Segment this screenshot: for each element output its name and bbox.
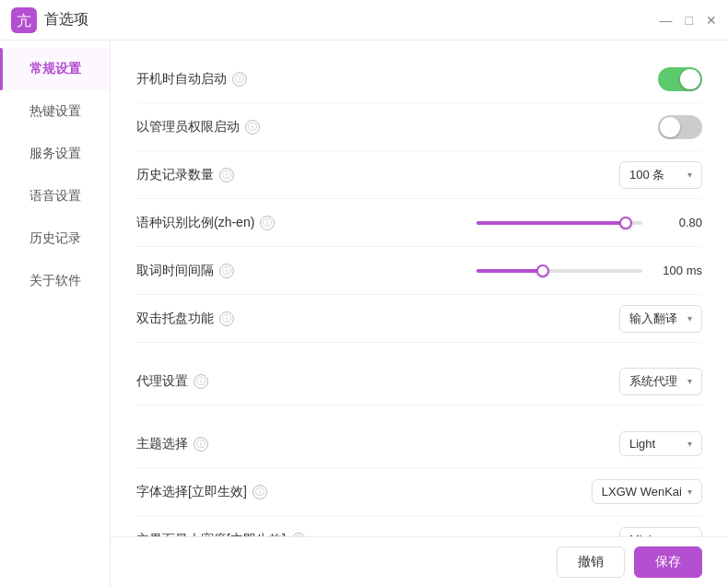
content-area: 开机时自动启动 ⓘ 以管理员权限启动 ⓘ (111, 41, 728, 587)
cancel-button[interactable]: 撤销 (557, 546, 625, 578)
proxy-info-icon[interactable]: ⓘ (194, 374, 208, 389)
sidebar: 常规设置 热键设置 服务设置 语音设置 历史记录 关于软件 (0, 41, 111, 587)
font-control: LXGW WenKai ▾ (592, 479, 702, 504)
setting-row-word-interval: 取词时间间隔 ⓘ 100 ms (136, 247, 702, 295)
setting-row-history-count: 历史记录数量 ⓘ 100 条 ▾ (136, 151, 702, 199)
setting-row-font: 字体选择[立即生效] ⓘ LXGW WenKai ▾ (136, 468, 702, 516)
word-interval-slider-container: 100 ms (476, 264, 702, 277)
double-click-chevron-icon: ▾ (687, 313, 692, 323)
lang-ratio-slider-thumb[interactable] (619, 217, 632, 229)
lang-ratio-slider-track[interactable] (476, 221, 642, 225)
admin-start-toggle-thumb (660, 117, 680, 137)
proxy-label: 代理设置 ⓘ (136, 373, 619, 390)
setting-row-lang-ratio: 语种识别比例(zh-en) ⓘ 0.80 (136, 199, 702, 247)
history-count-select[interactable]: 100 条 ▾ (619, 161, 702, 189)
lang-ratio-value: 0.80 (652, 216, 702, 229)
titlebar: 亢 首选项 — □ ✕ (0, 0, 728, 41)
settings-content: 开机时自动启动 ⓘ 以管理员权限启动 ⓘ (111, 41, 728, 536)
save-button[interactable]: 保存 (634, 546, 702, 578)
setting-row-double-click: 双击托盘功能 ⓘ 输入翻译 ▾ (136, 295, 702, 343)
sidebar-item-service[interactable]: 服务设置 (0, 133, 110, 175)
theme-select[interactable]: Light ▾ (619, 431, 702, 456)
setting-row-admin-start: 以管理员权限启动 ⓘ (136, 103, 702, 151)
admin-start-control (658, 115, 702, 139)
window-title: 首选项 (44, 10, 660, 29)
theme-info-icon[interactable]: ⓘ (194, 437, 208, 452)
word-interval-info-icon[interactable]: ⓘ (219, 264, 234, 278)
admin-start-label: 以管理员权限启动 ⓘ (136, 119, 658, 135)
admin-start-info-icon[interactable]: ⓘ (245, 120, 260, 135)
theme-control: Light ▾ (619, 431, 702, 456)
setting-row-max-width: 主界面最大宽度[立即生效] ⓘ Minimum ▾ (136, 516, 702, 536)
section-gap-2 (136, 405, 702, 420)
theme-chevron-icon: ▾ (687, 439, 692, 449)
close-button[interactable]: ✕ (706, 14, 717, 27)
setting-row-theme: 主题选择 ⓘ Light ▾ (136, 420, 702, 468)
font-chevron-icon: ▾ (687, 487, 692, 497)
word-interval-label: 取词时间间隔 ⓘ (136, 263, 476, 279)
auto-start-info-icon[interactable]: ⓘ (232, 72, 247, 87)
sidebar-item-voice[interactable]: 语音设置 (0, 175, 110, 217)
lang-ratio-label: 语种识别比例(zh-en) ⓘ (136, 215, 476, 231)
history-count-control: 100 条 ▾ (619, 161, 702, 189)
theme-label: 主题选择 ⓘ (136, 436, 619, 452)
footer: 撤销 保存 (111, 536, 728, 587)
word-interval-slider-fill (476, 269, 543, 273)
proxy-control: 系统代理 ▾ (619, 368, 702, 395)
lang-ratio-control: 0.80 (476, 216, 702, 229)
word-interval-slider-thumb[interactable] (536, 264, 549, 277)
window-controls: — □ ✕ (660, 14, 717, 27)
proxy-select[interactable]: 系统代理 ▾ (619, 368, 702, 395)
sidebar-item-hotkey[interactable]: 热键设置 (0, 90, 110, 133)
auto-start-toggle[interactable] (658, 67, 702, 91)
maximize-button[interactable]: □ (686, 14, 693, 27)
word-interval-value: 100 ms (652, 264, 702, 277)
main-layout: 常规设置 热键设置 服务设置 语音设置 历史记录 关于软件 开机时自动启动 ⓘ (0, 41, 728, 587)
app-logo: 亢 (11, 7, 37, 33)
word-interval-slider-track[interactable] (476, 269, 642, 273)
sidebar-item-about[interactable]: 关于软件 (0, 260, 110, 302)
sidebar-item-history[interactable]: 历史记录 (0, 217, 110, 260)
double-click-select[interactable]: 输入翻译 ▾ (619, 305, 702, 333)
admin-start-toggle[interactable] (658, 115, 702, 139)
auto-start-control (658, 67, 702, 91)
auto-start-label: 开机时自动启动 ⓘ (136, 71, 658, 88)
setting-row-auto-start: 开机时自动启动 ⓘ (136, 55, 702, 103)
history-count-label: 历史记录数量 ⓘ (136, 167, 619, 183)
history-count-info-icon[interactable]: ⓘ (219, 168, 234, 182)
double-click-control: 输入翻译 ▾ (619, 305, 702, 333)
history-count-chevron-icon: ▾ (687, 170, 692, 180)
svg-text:亢: 亢 (17, 13, 31, 29)
lang-ratio-slider-fill (476, 221, 626, 225)
lang-ratio-slider-container: 0.80 (476, 216, 702, 229)
minimize-button[interactable]: — (660, 14, 673, 27)
word-interval-control: 100 ms (476, 264, 702, 277)
double-click-label: 双击托盘功能 ⓘ (136, 311, 619, 327)
font-label: 字体选择[立即生效] ⓘ (136, 484, 592, 500)
section-gap-1 (136, 343, 702, 358)
sidebar-item-general[interactable]: 常规设置 (0, 48, 110, 90)
font-select[interactable]: LXGW WenKai ▾ (592, 479, 702, 504)
proxy-chevron-icon: ▾ (687, 376, 692, 386)
font-info-icon[interactable]: ⓘ (252, 485, 267, 499)
max-width-select[interactable]: Minimum ▾ (619, 527, 702, 536)
setting-row-proxy: 代理设置 ⓘ 系统代理 ▾ (136, 358, 702, 405)
double-click-info-icon[interactable]: ⓘ (219, 311, 234, 326)
max-width-control: Minimum ▾ (619, 527, 702, 536)
lang-ratio-info-icon[interactable]: ⓘ (260, 216, 275, 230)
auto-start-toggle-thumb (680, 69, 700, 89)
